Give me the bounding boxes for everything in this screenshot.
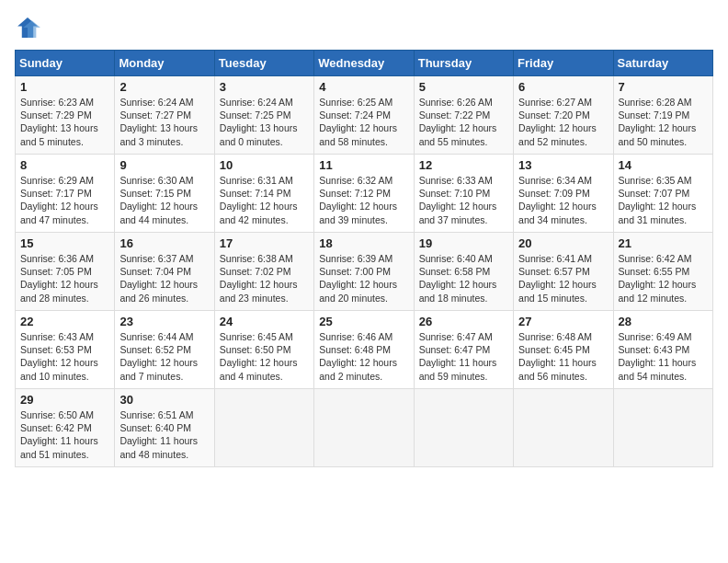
day-number: 25 <box>319 315 408 328</box>
cell-line: Sunset: 7:04 PM <box>119 265 209 278</box>
cell-line: Sunset: 7:24 PM <box>319 109 408 121</box>
page-header <box>15 15 713 40</box>
cell-line: and 39 minutes. <box>319 213 408 226</box>
cell-line: Sunrise: 6:39 AM <box>319 252 408 265</box>
cell-line: Daylight: 12 hours <box>119 356 209 369</box>
day-number: 15 <box>20 236 109 250</box>
day-number: 30 <box>119 393 209 407</box>
day-number: 6 <box>518 80 608 94</box>
cell-line: and 42 minutes. <box>220 213 309 226</box>
calendar-cell: 10Sunrise: 6:31 AMSunset: 7:14 PMDayligh… <box>214 155 313 233</box>
cell-line: Sunrise: 6:25 AM <box>319 96 408 109</box>
cell-line: Sunset: 7:17 PM <box>20 187 109 200</box>
calendar-cell: 27Sunrise: 6:48 AMSunset: 6:45 PMDayligh… <box>514 311 613 389</box>
calendar-cell <box>214 389 313 467</box>
calendar-header-thursday: Thursday <box>414 51 513 76</box>
calendar-cell <box>514 389 613 467</box>
calendar-cell <box>414 389 513 467</box>
cell-line: and 54 minutes. <box>619 370 708 383</box>
cell-line: Sunrise: 6:31 AM <box>220 174 309 187</box>
calendar-week-row: 22Sunrise: 6:43 AMSunset: 6:53 PMDayligh… <box>16 311 713 389</box>
cell-line: Sunset: 6:55 PM <box>619 265 708 278</box>
day-number: 9 <box>119 158 209 172</box>
cell-line: Sunset: 6:43 PM <box>619 343 708 356</box>
day-number: 23 <box>119 315 209 328</box>
cell-line: Sunset: 7:02 PM <box>220 265 309 278</box>
cell-line: and 20 minutes. <box>319 292 408 304</box>
calendar-header-sunday: Sunday <box>16 51 115 76</box>
calendar-cell: 21Sunrise: 6:42 AMSunset: 6:55 PMDayligh… <box>613 233 712 311</box>
day-number: 7 <box>619 80 708 94</box>
cell-line: and 34 minutes. <box>518 213 608 226</box>
cell-line: Sunset: 6:52 PM <box>119 343 209 356</box>
calendar-cell: 25Sunrise: 6:46 AMSunset: 6:48 PMDayligh… <box>314 311 414 389</box>
calendar-cell: 7Sunrise: 6:28 AMSunset: 7:19 PMDaylight… <box>613 76 712 155</box>
day-number: 16 <box>119 236 209 250</box>
calendar-cell: 28Sunrise: 6:49 AMSunset: 6:43 PMDayligh… <box>613 311 712 389</box>
calendar-cell: 6Sunrise: 6:27 AMSunset: 7:20 PMDaylight… <box>514 76 613 155</box>
cell-line: Daylight: 12 hours <box>419 200 508 213</box>
cell-line: Sunset: 6:45 PM <box>518 343 608 356</box>
day-number: 5 <box>419 80 508 94</box>
calendar-cell: 4Sunrise: 6:25 AMSunset: 7:24 PMDaylight… <box>314 76 414 155</box>
calendar-cell: 15Sunrise: 6:36 AMSunset: 7:05 PMDayligh… <box>16 233 115 311</box>
cell-line: Daylight: 12 hours <box>119 278 209 291</box>
calendar-cell <box>314 389 414 467</box>
day-number: 22 <box>20 315 109 328</box>
cell-line: Sunrise: 6:30 AM <box>119 174 209 187</box>
cell-line: Sunrise: 6:32 AM <box>319 174 408 187</box>
cell-line: Daylight: 12 hours <box>619 200 708 213</box>
cell-line: and 0 minutes. <box>220 135 309 148</box>
cell-line: Daylight: 12 hours <box>20 200 109 213</box>
cell-line: Sunrise: 6:36 AM <box>20 252 109 265</box>
day-number: 3 <box>220 80 309 94</box>
cell-line: Sunset: 7:10 PM <box>419 187 508 200</box>
cell-line: Sunset: 6:48 PM <box>319 343 408 356</box>
logo <box>15 15 44 40</box>
cell-line: Daylight: 12 hours <box>619 278 708 291</box>
calendar-cell: 9Sunrise: 6:30 AMSunset: 7:15 PMDaylight… <box>115 155 214 233</box>
cell-line: Sunset: 7:14 PM <box>220 187 309 200</box>
calendar-header-tuesday: Tuesday <box>214 51 313 76</box>
cell-line: Sunrise: 6:45 AM <box>220 330 309 343</box>
calendar-cell: 26Sunrise: 6:47 AMSunset: 6:47 PMDayligh… <box>414 311 513 389</box>
cell-line: Daylight: 12 hours <box>220 200 309 213</box>
cell-line: Sunrise: 6:42 AM <box>619 252 708 265</box>
cell-line: Sunset: 7:12 PM <box>319 187 408 200</box>
day-number: 27 <box>518 315 608 328</box>
cell-line: Sunrise: 6:24 AM <box>119 96 209 109</box>
cell-line: Daylight: 12 hours <box>518 200 608 213</box>
logo-icon <box>15 15 40 40</box>
day-number: 29 <box>20 393 109 407</box>
day-number: 13 <box>518 158 608 172</box>
cell-line: and 44 minutes. <box>119 213 209 226</box>
day-number: 11 <box>319 158 408 172</box>
cell-line: Sunrise: 6:28 AM <box>619 96 708 109</box>
cell-line: and 52 minutes. <box>518 135 608 148</box>
cell-line: Daylight: 12 hours <box>419 121 508 134</box>
calendar-cell: 17Sunrise: 6:38 AMSunset: 7:02 PMDayligh… <box>214 233 313 311</box>
calendar-week-row: 29Sunrise: 6:50 AMSunset: 6:42 PMDayligh… <box>16 389 713 467</box>
cell-line: Sunset: 6:40 PM <box>119 421 209 434</box>
calendar-cell: 30Sunrise: 6:51 AMSunset: 6:40 PMDayligh… <box>115 389 214 467</box>
cell-line: Daylight: 12 hours <box>518 278 608 291</box>
cell-line: Daylight: 12 hours <box>220 278 309 291</box>
day-number: 10 <box>220 158 309 172</box>
calendar-header-friday: Friday <box>514 51 613 76</box>
cell-line: Daylight: 11 hours <box>119 434 209 447</box>
cell-line: Daylight: 13 hours <box>220 121 309 134</box>
cell-line: Sunset: 6:47 PM <box>419 343 508 356</box>
cell-line: Daylight: 12 hours <box>419 278 508 291</box>
cell-line: Sunset: 7:15 PM <box>119 187 209 200</box>
calendar-table: SundayMondayTuesdayWednesdayThursdayFrid… <box>15 50 713 467</box>
cell-line: Sunrise: 6:27 AM <box>518 96 608 109</box>
cell-line: Daylight: 11 hours <box>419 356 508 369</box>
cell-line: Sunrise: 6:46 AM <box>319 330 408 343</box>
calendar-cell: 2Sunrise: 6:24 AMSunset: 7:27 PMDaylight… <box>115 76 214 155</box>
cell-line: Sunrise: 6:41 AM <box>518 252 608 265</box>
calendar-cell: 12Sunrise: 6:33 AMSunset: 7:10 PMDayligh… <box>414 155 513 233</box>
day-number: 26 <box>419 315 508 328</box>
calendar-cell: 1Sunrise: 6:23 AMSunset: 7:29 PMDaylight… <box>16 76 115 155</box>
day-number: 2 <box>119 80 209 94</box>
cell-line: Daylight: 12 hours <box>319 200 408 213</box>
